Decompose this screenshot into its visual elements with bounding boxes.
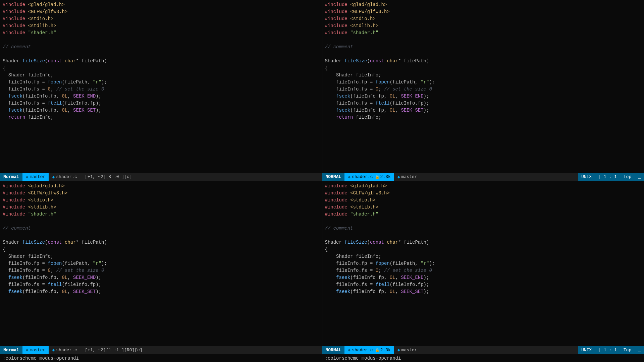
unix-indicator-tr: UNIX bbox=[578, 173, 595, 181]
code-line: fileInfo.fp = fopen(filePath, "r"); bbox=[325, 79, 642, 86]
editor-area: #include <glad/glad.h> #include <GLFW/gl… bbox=[0, 0, 644, 362]
file-indicator: ◆ shader.c [+1, ~2][8 :0 ][c] bbox=[49, 173, 322, 181]
diamond-icon-file-br: ◆ bbox=[397, 347, 400, 353]
diamond-icon-bl: ◆ bbox=[26, 347, 29, 353]
code-line: { bbox=[325, 65, 642, 72]
code-line: fileInfo.fp = fopen(filePath, "r"); bbox=[3, 260, 319, 267]
branch-indicator-tr: ◆ shader.c 🔒 2.3k bbox=[344, 173, 394, 181]
scroll-indicator-br: Top bbox=[620, 346, 635, 354]
empty-line bbox=[325, 51, 642, 58]
pane-top-left[interactable]: #include <glad/glad.h> #include <GLFW/gl… bbox=[0, 0, 322, 181]
code-line: Shader fileInfo; bbox=[325, 253, 642, 260]
code-line: { bbox=[325, 246, 642, 253]
empty-line bbox=[3, 232, 319, 239]
file-indicator-bl: ◆ shader.c [+1, ~2][1 :1 ][RO][c] bbox=[49, 346, 322, 354]
code-line: Shader fileInfo; bbox=[3, 253, 319, 260]
code-line: Shader fileSize(const char* filePath) bbox=[3, 58, 319, 65]
code-line: Shader fileSize(const char* filePath) bbox=[3, 239, 319, 246]
status-bar-bottom-left: Normal ◆ master ◆ shader.c [+1, ~2][1 :1… bbox=[0, 346, 322, 354]
code-line: Shader fileInfo; bbox=[3, 72, 319, 79]
mode-indicator: Normal bbox=[0, 173, 22, 181]
status-bar-top-right: NORMAL ◆ shader.c 🔒 2.3k ◆ master UNIX |… bbox=[322, 173, 644, 181]
code-line: #include <stdlib.h> bbox=[325, 22, 642, 29]
code-line: // comment bbox=[3, 225, 319, 232]
pos-indicator-tr: | 1 : 1 bbox=[595, 173, 620, 181]
code-line: #include <stdio.h> bbox=[3, 15, 319, 22]
bottom-row: #include <glad/glad.h> #include <GLFW/gl… bbox=[0, 181, 644, 362]
file-indicator-tr: ◆ master bbox=[394, 173, 578, 181]
code-line: fileInfo.fs = ftell(fileInfo.fp); bbox=[3, 100, 319, 107]
top-row: #include <glad/glad.h> #include <GLFW/gl… bbox=[0, 0, 644, 181]
code-line: // comment bbox=[325, 225, 642, 232]
diamond-icon-file-tr: ◆ bbox=[397, 174, 400, 180]
code-line: #include <glad/glad.h> bbox=[325, 183, 642, 190]
code-line: #include <stdlib.h> bbox=[3, 204, 319, 211]
code-line: fileInfo.fs = ftell(fileInfo.fp); bbox=[3, 281, 319, 288]
code-area-top-right: #include <glad/glad.h> #include <GLFW/gl… bbox=[322, 0, 644, 173]
mode-indicator-tr: NORMAL bbox=[322, 173, 345, 181]
code-line: Shader fileSize(const char* filePath) bbox=[325, 239, 642, 246]
code-line: { bbox=[3, 65, 319, 72]
code-line: #include "shader.h" bbox=[3, 29, 319, 37]
code-line: #include <stdlib.h> bbox=[325, 204, 642, 211]
code-line: fseek(fileInfo.fp, 0L, SEEK_END); bbox=[325, 93, 642, 100]
code-line: #include <stdio.h> bbox=[325, 197, 642, 204]
diamond-icon-file-bl: ◆ bbox=[52, 347, 55, 353]
unix-indicator-br: UNIX bbox=[578, 346, 595, 354]
code-line: fseek(fileInfo.fp, 0L, SEEK_SET); bbox=[3, 288, 319, 295]
cmdline-bottom-right[interactable]: :colorscheme modus-operandi bbox=[322, 354, 644, 362]
empty-line bbox=[3, 37, 319, 44]
code-line: fileInfo.fs = 0; // set the size 0 bbox=[3, 86, 319, 93]
code-line: fseek(fileInfo.fp, 0L, SEEK_END); bbox=[325, 274, 642, 281]
code-line: { bbox=[3, 246, 319, 253]
empty-line bbox=[3, 218, 319, 225]
code-line: #include <GLFW/glfw3.h> bbox=[325, 190, 642, 197]
branch-indicator: ◆ master bbox=[22, 173, 49, 181]
code-line: fseek(fileInfo.fp, 0L, SEEK_SET); bbox=[325, 288, 642, 295]
code-area-bottom-right: #include <glad/glad.h> #include <GLFW/gl… bbox=[322, 181, 644, 346]
empty-line bbox=[3, 51, 319, 58]
code-line: fileInfo.fs = 0; // set the size 0 bbox=[3, 267, 319, 274]
empty-line bbox=[325, 218, 642, 225]
code-line: #include <glad/glad.h> bbox=[3, 183, 319, 190]
code-line: #include "shader.h" bbox=[325, 211, 642, 218]
code-line: #include <stdio.h> bbox=[3, 197, 319, 204]
pane-bottom-right[interactable]: #include <glad/glad.h> #include <GLFW/gl… bbox=[322, 181, 644, 362]
pane-bottom-left[interactable]: #include <glad/glad.h> #include <GLFW/gl… bbox=[0, 181, 322, 362]
code-line: return fileInfo; bbox=[325, 114, 642, 121]
diamond-icon: ◆ bbox=[26, 174, 29, 180]
mode-indicator-br: NORMAL bbox=[322, 346, 345, 354]
scroll-underline-br: _ bbox=[635, 346, 644, 354]
code-line: fileInfo.fs = 0; // set the size 0 bbox=[325, 86, 642, 93]
code-line: fileInfo.fs = 0; // set the size 0 bbox=[325, 267, 642, 274]
code-area-bottom-left: #include <glad/glad.h> #include <GLFW/gl… bbox=[0, 181, 322, 346]
diamond-icon-file: ◆ bbox=[52, 174, 55, 180]
code-line: fseek(fileInfo.fp, 0L, SEEK_END); bbox=[3, 274, 319, 281]
code-line: #include "shader.h" bbox=[325, 29, 642, 37]
code-line: fseek(fileInfo.fp, 0L, SEEK_SET); bbox=[3, 107, 319, 114]
scroll-indicator-tr: Top bbox=[620, 173, 635, 181]
code-line: return fileInfo; bbox=[3, 114, 319, 121]
code-line: fileInfo.fs = ftell(fileInfo.fp); bbox=[325, 100, 642, 107]
code-line: fseek(fileInfo.fp, 0L, SEEK_SET); bbox=[325, 107, 642, 114]
code-line: // comment bbox=[325, 44, 642, 51]
scroll-underline-tr: _ bbox=[635, 173, 644, 181]
cmdline-bottom-left[interactable]: :colorscheme modus-operandi bbox=[0, 354, 322, 362]
pane-top-right[interactable]: #include <glad/glad.h> #include <GLFW/gl… bbox=[322, 0, 644, 181]
mode-indicator-bl: Normal bbox=[0, 346, 22, 354]
empty-line bbox=[325, 232, 642, 239]
code-line: Shader fileInfo; bbox=[325, 72, 642, 79]
status-bar-bottom-right: NORMAL ◆ shader.c 🔒 2.3k ◆ master UNIX |… bbox=[322, 346, 644, 354]
code-line: Shader fileSize(const char* filePath) bbox=[325, 58, 642, 65]
code-line: #include <stdio.h> bbox=[325, 15, 642, 22]
file-indicator-br: ◆ master bbox=[394, 346, 578, 354]
pos-indicator-br: | 1 : 1 bbox=[595, 346, 620, 354]
code-line: fileInfo.fp = fopen(filePath, "r"); bbox=[3, 79, 319, 86]
diamond-icon-br: ◆ bbox=[348, 347, 351, 353]
code-line: #include <GLFW/glfw3.h> bbox=[325, 8, 642, 15]
diamond-icon-tr: ◆ bbox=[348, 174, 351, 180]
code-line: fileInfo.fs = ftell(fileInfo.fp); bbox=[325, 281, 642, 288]
code-line: fileInfo.fp = fopen(filePath, "r"); bbox=[325, 260, 642, 267]
code-line: #include <GLFW/glfw3.h> bbox=[3, 8, 319, 15]
branch-indicator-bl: ◆ master bbox=[22, 346, 49, 354]
